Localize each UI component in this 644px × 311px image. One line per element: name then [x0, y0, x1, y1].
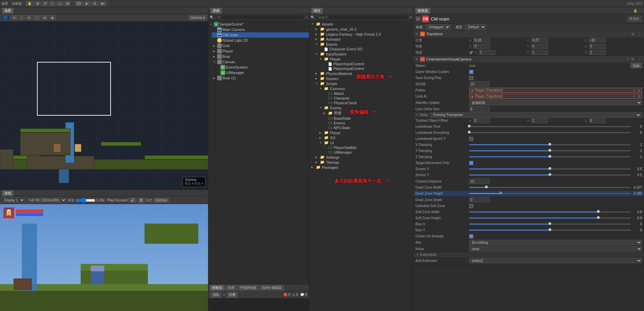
game-display-select[interactable]: Display 1 — [1, 197, 25, 203]
packages-folder[interactable]: ▶ 📁 Packages — [309, 165, 413, 170]
static-badge[interactable]: 静态的 — [627, 16, 641, 22]
zoom-slider[interactable] — [75, 198, 95, 203]
hierarchy-add-btn[interactable]: + — [306, 15, 308, 19]
follow-ref[interactable]: ◉ Player (Transform) ⊙ ⚙ — [469, 88, 642, 93]
bx-thumb[interactable] — [549, 222, 551, 225]
physics-material-folder[interactable]: ▶ 📁 PhysicsMaterial — [313, 71, 413, 76]
cm-vcam-item[interactable]: 📷 CM vcam — [212, 32, 309, 38]
npcstate-file[interactable]: C# NPCState — [321, 125, 413, 130]
inputsystem-folder[interactable]: ▼ 📁 InputSystem — [313, 51, 413, 56]
scene-flare-btn[interactable]: ◈ — [49, 15, 56, 20]
follow-ref-select-btn[interactable]: ⊙ — [633, 89, 636, 92]
basestate-file[interactable]: C# BaseState — [321, 116, 413, 121]
body-select[interactable]: Framing Transposer — [431, 112, 641, 118]
look-at-select-btn[interactable]: ⊙ — [633, 95, 636, 98]
stats-btn[interactable]: 囲 — [137, 197, 145, 203]
game-tab[interactable]: 游戏 — [2, 190, 13, 196]
scene-tab[interactable]: 场景 — [2, 8, 13, 14]
project-tab[interactable]: 项目 — [311, 8, 323, 14]
scene-root-item[interactable]: ▼ S SampleScene* — [208, 22, 309, 27]
la-ignore-checkbox[interactable] — [469, 137, 473, 141]
layer-select[interactable]: Default — [465, 24, 486, 30]
physics-check-file[interactable]: C# PhysicsCheck — [321, 101, 413, 105]
inspector-tab[interactable]: 检查器 — [415, 8, 430, 14]
game-menu-btn[interactable]: ⋯ — [203, 198, 207, 202]
by-thumb[interactable] — [549, 228, 551, 231]
console-tab[interactable]: 控制台 — [210, 285, 225, 291]
scripts-folder[interactable]: ▼ 📁 Scripts — [313, 81, 413, 86]
grid-item[interactable]: ▶ Grid — [212, 43, 309, 48]
pos-x-input[interactable] — [473, 38, 490, 43]
enemy-folder[interactable]: ▼ 📁 Enemy — [317, 105, 413, 110]
uimanager-item[interactable]: U UIManager — [215, 70, 309, 75]
transform-tool[interactable]: ⊞ — [64, 1, 71, 6]
cm-help-icon[interactable]: ? — [627, 57, 629, 61]
la-time-thumb[interactable] — [468, 125, 471, 127]
cm-settings-icon[interactable]: ⚙ — [630, 57, 635, 61]
hierarchy-tab[interactable]: 层级 — [210, 8, 222, 14]
cinemachine-header[interactable]: ▼ CM CinemachineVirtualCamera ? ⚙ ⋮ — [413, 56, 644, 63]
canvas-item[interactable]: ▼ Canvas — [212, 59, 309, 65]
boar1-item[interactable]: ▶ Boar (1) — [212, 75, 309, 81]
console-menu[interactable]: ⋯ — [304, 286, 308, 289]
look-at-gear-btn[interactable]: ⚙ — [638, 95, 640, 98]
uimanager-script-file[interactable]: C# UIManager — [321, 150, 413, 155]
solo-btn[interactable]: Solo — [631, 63, 642, 68]
cd-input[interactable] — [469, 179, 489, 184]
character-event-so-file[interactable]: 📄 Character Event SO — [317, 47, 413, 51]
playerstatbar-file[interactable]: C# PlayerStatBar — [321, 145, 413, 150]
yezhu-folder[interactable]: ▶ 📁 野猪 — [321, 110, 413, 116]
zd-thumb[interactable] — [549, 155, 551, 158]
palette-tab[interactable]: 平铺调色板 — [237, 285, 259, 291]
collapse-btn[interactable]: 折叠 — [227, 292, 238, 298]
tr-y-input[interactable] — [531, 118, 548, 123]
look-at-ref[interactable]: ◉ Player (Transform) ⊙ ⚙ — [469, 94, 642, 99]
boar-item[interactable]: ▶ Boar — [212, 54, 309, 59]
standby-select[interactable]: 纵隔机制 — [469, 100, 642, 105]
la-smooth-thumb[interactable] — [468, 131, 471, 133]
resolution-select[interactable]: Full HD (1920x1080) — [26, 197, 67, 203]
character-file[interactable]: C# Character — [321, 96, 413, 101]
tilemap-folder[interactable]: ▶ 📁 Tilemap — [313, 160, 413, 165]
tr-x-input[interactable] — [473, 118, 490, 123]
main-camera-item[interactable]: 📷 Main Camera ! — [212, 27, 309, 32]
animation-tab[interactable]: 动画 — [225, 285, 237, 291]
scale-tool[interactable]: ⤡ — [49, 1, 56, 6]
extensions-subsection[interactable]: ▼ Extensions — [413, 252, 644, 258]
noise-select[interactable]: none — [469, 246, 642, 251]
dzh-thumb[interactable] — [499, 192, 502, 194]
step-btn[interactable]: ⏭ — [99, 1, 107, 6]
generic-char-folder[interactable]: ▶ 📁 generic_char_v0.2 — [313, 27, 413, 32]
tm-checkbox[interactable] — [469, 161, 473, 165]
scenes-folder[interactable]: ▶ 📁 Scenes — [313, 76, 413, 81]
dzw-thumb[interactable] — [485, 186, 488, 188]
scene-fog-btn[interactable]: ≋ — [41, 15, 48, 20]
legacy-fantasy-folder[interactable]: ▶ 📁 Legacy-Fantasy - High Forest 2.3 — [313, 32, 413, 37]
clear-btn[interactable]: 清除 — [210, 292, 221, 298]
eventsystem-item[interactable]: E EventSystem — [215, 65, 309, 70]
priority-input[interactable] — [469, 81, 489, 87]
scene-light-btn[interactable]: ☀ — [11, 15, 18, 20]
dzd-input[interactable] — [469, 197, 489, 202]
player-input-ctrl2-file[interactable]: 📄 PlayerInputControl — [321, 66, 413, 71]
scene-audio-btn[interactable]: ♪ — [19, 15, 25, 20]
player-input-ctrl1-file[interactable]: 📄 PlayerInputControl — [321, 62, 413, 66]
pos-z-input[interactable] — [589, 38, 606, 43]
xd-thumb[interactable] — [549, 143, 551, 146]
body-subsection[interactable]: ▼ Body Framing Transposer — [413, 112, 644, 118]
sprite-editor-tab[interactable]: Sprite 编辑器 — [259, 285, 284, 291]
scale-y-input[interactable] — [531, 50, 548, 55]
rect-tool[interactable]: ▭ — [56, 1, 64, 6]
scale-x-input[interactable] — [479, 50, 495, 55]
common-folder[interactable]: ▼ 📁 Common — [317, 86, 413, 91]
sy-thumb[interactable] — [549, 173, 551, 176]
ui-folder[interactable]: ▼ 📁 UI — [317, 140, 413, 145]
szh-thumb[interactable] — [597, 216, 600, 219]
tag-select[interactable]: Untagged — [426, 24, 450, 30]
project-search[interactable] — [316, 15, 408, 20]
proj-add-btn[interactable]: + — [410, 15, 412, 19]
move-tool[interactable]: ⊕ — [34, 1, 41, 6]
attack-file[interactable]: C# Attack — [321, 91, 413, 96]
settings-folder[interactable]: ▶ 📁 Settings — [313, 155, 413, 160]
project-menu[interactable]: ⋯ — [408, 9, 411, 12]
